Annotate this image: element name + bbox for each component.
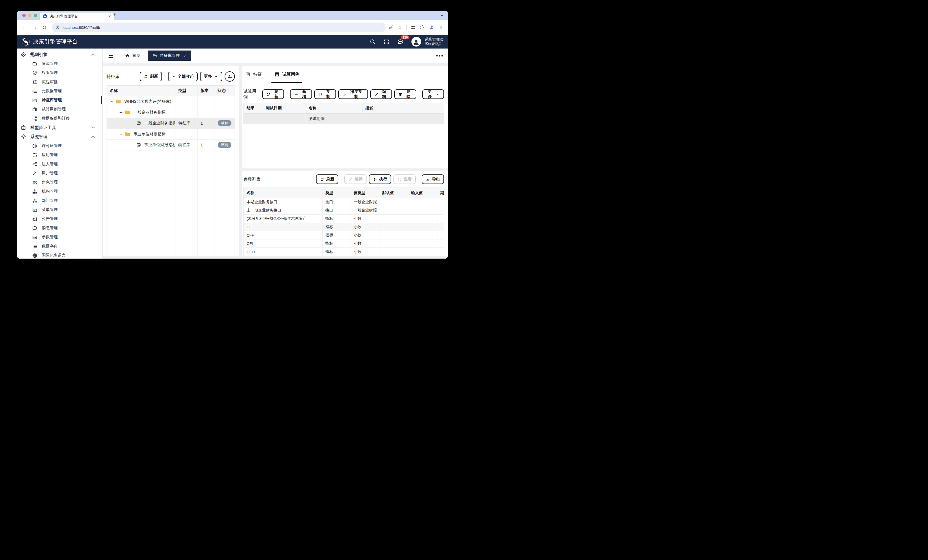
tree-row[interactable]: −一般企业财务指标 — [107, 107, 235, 118]
sidebar-item-trial-case[interactable]: 试算用例管理 — [17, 105, 102, 114]
tree-collapse-toggle[interactable]: − — [119, 110, 122, 115]
tab-features[interactable]: 特征 — [244, 66, 263, 83]
param-refresh-button[interactable]: 刷新 — [316, 174, 338, 184]
param-edit-button[interactable]: 编辑 — [344, 174, 366, 184]
apps-grid-icon[interactable] — [411, 25, 416, 30]
param-row[interactable]: (未分配利润+盈余公积)/年末总资产 指标 小数 — [244, 215, 444, 223]
sidebar-item-user[interactable]: 用户管理 — [17, 169, 102, 178]
tab-close-icon[interactable] — [108, 15, 111, 18]
tree-row[interactable]: −WHNS非零售内评(特征库) — [107, 96, 235, 107]
password-key-icon[interactable] — [389, 25, 394, 30]
param-execute-button[interactable]: 执行 — [369, 174, 391, 184]
sidebar-item-dictionary[interactable]: 数据字典 — [17, 242, 102, 251]
param-row[interactable]: CFF 指标 小数 — [244, 231, 444, 239]
bookmark-star-icon[interactable]: ☆ — [398, 24, 402, 30]
trial-add-button[interactable]: 新增 — [290, 89, 312, 99]
param-view-button[interactable]: 查看 — [394, 174, 416, 184]
toolbar-divider — [418, 175, 419, 183]
caret-down-icon — [214, 75, 218, 79]
tree-collapse-toggle[interactable]: − — [119, 132, 122, 137]
cell-type: 特征库 — [176, 118, 198, 128]
tab-overflow-menu[interactable] — [436, 55, 443, 56]
trial-delete-button[interactable]: 删除 — [394, 89, 416, 99]
sidebar-item-role[interactable]: 角色管理 — [17, 178, 102, 187]
trial-deep-copy-button[interactable]: 深度复制 — [338, 89, 368, 99]
sidebar-item-parameter[interactable]: 参数管理 — [17, 233, 102, 242]
minimize-window-button[interactable] — [28, 14, 31, 17]
sidebar-group-label: 模型验证工具 — [30, 125, 56, 131]
address-bar[interactable]: localhost:8080/#/re/lib — [52, 23, 386, 32]
zoom-window-button[interactable] — [34, 14, 37, 17]
tree-row-selected[interactable]: 一般企业财务指标 特征库 1 草稿 — [107, 118, 235, 129]
user-info[interactable]: 系统管理员 系统管理员 — [425, 37, 443, 46]
sidebar-item-license[interactable]: 许可证管理 — [17, 141, 102, 151]
chevron-down-icon[interactable] — [90, 125, 96, 131]
browser-menu-icon[interactable]: ⋮ — [438, 24, 443, 30]
param-row[interactable]: CFI 指标 小数 — [244, 239, 444, 248]
tree-row[interactable]: 事业单位财报指标 特征库 1 草稿 — [107, 140, 235, 151]
browser-tab[interactable]: 决策引擎管理平台 — [40, 12, 114, 20]
share-icon — [32, 116, 37, 121]
chevron-up-icon[interactable] — [90, 134, 96, 140]
sidebar-item-department[interactable]: 部门管理 — [17, 196, 102, 205]
sidebar-item-menu[interactable]: 菜单管理 — [17, 205, 102, 215]
param-row[interactable]: 本期企业财务接口 接口 一般企业财报 — [244, 198, 444, 206]
detail-tabs: 特征 试算用例 — [243, 66, 444, 83]
collapse-sidebar-button[interactable] — [105, 50, 116, 61]
param-row[interactable]: 上一期企业财务接口 接口 一般企业财报 — [244, 206, 444, 215]
close-window-button[interactable] — [22, 14, 26, 17]
reload-button[interactable]: ↻ — [40, 23, 49, 32]
messages-button[interactable]: 120 — [397, 38, 404, 45]
param-row[interactable]: CF 指标 小数 — [244, 223, 444, 231]
profile-avatar-icon[interactable] — [429, 24, 435, 30]
param-export-button[interactable]: 导出 — [422, 174, 444, 184]
collapse-all-button[interactable]: 全部收起 — [168, 72, 198, 81]
search-icon[interactable] — [369, 38, 376, 45]
sidebar-group-system[interactable]: 系统管理 — [17, 132, 102, 141]
window-controls — [22, 14, 37, 17]
tree-row[interactable]: −事业单位财报指标 — [107, 129, 235, 140]
tab-search-icon[interactable] — [440, 14, 444, 17]
sidebar-item-workflow[interactable]: 流程审批 — [17, 78, 102, 87]
tab-feature-library[interactable]: 特征库管理 — [148, 50, 191, 61]
sidebar-item-legal-entity[interactable]: 法人管理 — [17, 160, 102, 169]
trial-refresh-button[interactable]: 刷新 — [262, 89, 284, 99]
trial-more-button[interactable]: 更多 — [422, 89, 444, 99]
param-row[interactable]: CFO 指标 小数 — [244, 248, 444, 256]
sidebar-group-model-validation[interactable]: 模型验证工具 — [17, 123, 102, 132]
site-info-icon[interactable] — [55, 25, 60, 30]
doc-list-icon — [245, 72, 250, 77]
trial-case-row-selected[interactable]: 测试用例 — [244, 114, 444, 124]
tree-collapse-toggle[interactable]: − — [110, 99, 113, 104]
sidebar-item-label: 公告管理 — [42, 216, 58, 222]
sidebar-item-organization[interactable]: 机构管理 — [17, 187, 102, 196]
tab-home[interactable]: 首页 — [125, 53, 140, 58]
trial-copy-button[interactable]: 复制 — [314, 89, 336, 99]
chevron-up-icon[interactable] — [90, 52, 96, 57]
sidebar-item-application[interactable]: 应用管理 — [17, 151, 102, 160]
sidebar-item-metadata[interactable]: 元数据管理 — [17, 87, 102, 96]
new-tab-button[interactable]: + — [113, 12, 116, 18]
sidebar-item-permission[interactable]: 权限管理 — [17, 68, 102, 78]
sidebar-item-announcement[interactable]: 公告管理 — [17, 215, 102, 224]
tab-label: 特征 — [253, 72, 262, 77]
sidebar-group-rule-engine[interactable]: 规则引擎 — [17, 50, 102, 59]
page-tab-bar: 首页 特征库管理 — [102, 49, 448, 63]
sidebar-item-message[interactable]: 消息管理 — [17, 224, 102, 233]
sidebar-item-backup[interactable]: 数据备份和迁移 — [17, 114, 102, 123]
sidebar-item-i18n[interactable]: 国际化多语言 — [17, 251, 102, 259]
tab-trial-cases[interactable]: 试算用例 — [273, 66, 301, 83]
close-icon[interactable] — [183, 54, 187, 57]
fullscreen-icon[interactable] — [383, 39, 389, 45]
extensions-puzzle-icon[interactable] — [420, 25, 425, 30]
share-icon — [32, 161, 37, 167]
sidebar-item-resource[interactable]: 资源管理 — [17, 59, 102, 68]
user-avatar[interactable] — [411, 37, 421, 47]
sidebar-item-feature-library[interactable]: 特征库管理 — [17, 96, 102, 105]
forward-button[interactable]: → — [30, 23, 39, 32]
library-more-button[interactable]: 更多 — [200, 72, 222, 81]
trial-edit-button[interactable]: 编辑 — [370, 89, 392, 99]
back-button[interactable]: ← — [20, 23, 29, 32]
library-user-settings-button[interactable] — [224, 72, 235, 82]
library-refresh-button[interactable]: 刷新 — [140, 72, 162, 81]
